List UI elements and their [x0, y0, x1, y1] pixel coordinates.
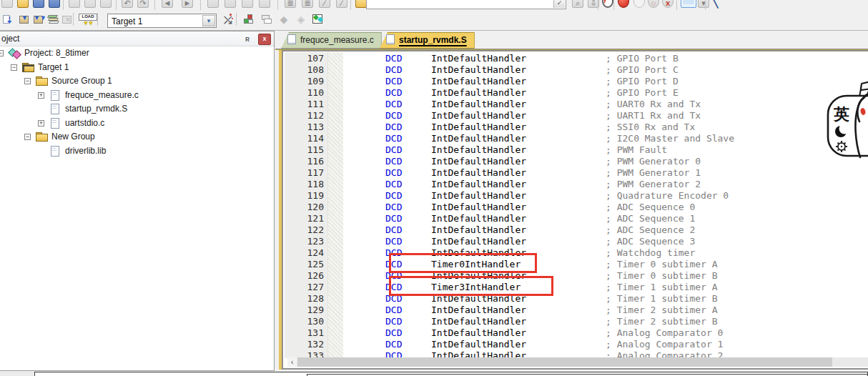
collapse-icon[interactable]: −	[0, 50, 4, 56]
translator-badge[interactable]: 英	[822, 79, 868, 159]
red-annotation-box-line-127	[389, 276, 553, 296]
breakpoint-disable-icon[interactable]: ◌	[648, 0, 659, 8]
code-line-130[interactable]: 130DCDIntDefaultHandler; Timer 2 subtime…	[285, 316, 868, 327]
nav-back-icon[interactable]: ◄	[162, 0, 173, 8]
code-line-108[interactable]: 108DCDIntDefaultHandler; GPIO Port C	[285, 64, 868, 76]
code-line-111[interactable]: 111DCDIntDefaultHandler; UART0 Rx and Tx	[285, 99, 868, 110]
code-line-113[interactable]: 113DCDIntDefaultHandler; SSI0 Rx and Tx	[285, 122, 868, 133]
pin-icon[interactable]: ʀ	[242, 34, 252, 44]
collapse-icon[interactable]: −	[24, 78, 31, 84]
tree-item-startup-rvmdk-s[interactable]: startup_rvmdk.S	[0, 102, 272, 116]
code-line-112[interactable]: 112DCDIntDefaultHandler; UART1 Rx and Tx	[285, 110, 868, 122]
scroll-left-arrow-icon[interactable]: ‹	[287, 357, 297, 367]
bookmark-toggle-icon[interactable]	[207, 0, 219, 8]
asm-comment: ; Quadrature Encoder 0	[606, 190, 729, 202]
file-extensions-diamond-icon[interactable]: ◆	[277, 14, 290, 26]
uncomment-icon[interactable]: ≣	[302, 0, 313, 8]
open-containing-folder-icon[interactable]	[355, 0, 367, 8]
tree-item-frequce-measure-c[interactable]: +frequce_measure.c	[0, 89, 272, 102]
code-line-118[interactable]: 118DCDIntDefaultHandler; PWM Generator 2	[285, 179, 868, 190]
code-line-126[interactable]: 126DCDIntDefaultHandler; Timer 0 subtime…	[285, 270, 868, 282]
tree-item-label: Project: 8_8timer	[24, 48, 89, 58]
target-selector-input[interactable]	[110, 15, 202, 28]
code-line-125[interactable]: 125DCDTimer0IntHandler; Timer 0 subtimer…	[285, 259, 868, 270]
indent-icon[interactable]: ∕	[319, 0, 330, 8]
code-line-122[interactable]: 122DCDIntDefaultHandler; ADC Sequence 2	[285, 224, 868, 236]
memory-window-dropdown-icon[interactable]: ▾	[698, 0, 709, 8]
tab-frequce-measure[interactable]: frequce_measure.c	[281, 32, 382, 49]
breakpoint-kill-icon[interactable]: x	[662, 0, 674, 8]
cut-icon[interactable]	[69, 0, 80, 8]
build-target-icon[interactable]: ▼	[19, 14, 31, 26]
code-line-128[interactable]: 128DCDIntDefaultHandler; Timer 1 subtime…	[285, 293, 868, 305]
code-line-120[interactable]: 120DCDIntDefaultHandler; ADC Sequence 0	[285, 202, 868, 213]
collapse-icon[interactable]: −	[24, 134, 31, 140]
save-file-icon[interactable]	[33, 0, 44, 8]
expand-icon[interactable]: +	[38, 92, 44, 99]
expand-icon[interactable]: +	[38, 120, 44, 127]
asm-directive: DCD	[385, 156, 402, 167]
configure-wand-icon[interactable]: ⤯	[222, 14, 235, 26]
tree-item-uartstdio-c[interactable]: +uartstdio.c	[0, 117, 272, 130]
manage-books-icon[interactable]: ◆ ◆	[312, 14, 325, 26]
code-line-127[interactable]: 127DCDTimer3IntHandler; Timer 1 subtimer…	[285, 282, 868, 293]
tab-startup-rvmdk[interactable]: startup_rvmdk.S	[380, 32, 475, 49]
code-line-114[interactable]: 114DCDIntDefaultHandler; I2C0 Master and…	[285, 133, 868, 144]
memory-window-icon[interactable]	[681, 0, 696, 8]
breakpoint-enable-icon[interactable]	[633, 0, 645, 8]
code-line-131[interactable]: 131DCDIntDefaultHandler; Analog Comparat…	[285, 327, 868, 339]
bookmark-prev-icon[interactable]	[242, 0, 253, 8]
copy-icon[interactable]	[84, 0, 96, 8]
search-combobox[interactable]: ✓	[366, 0, 566, 9]
tree-item-new-group[interactable]: −New Group	[0, 130, 272, 144]
tree-item-source-group-1[interactable]: −Source Group 1	[0, 74, 272, 88]
code-line-115[interactable]: 115DCDIntDefaultHandler; PWM Fault	[285, 144, 868, 156]
unindent-icon[interactable]: ∕	[336, 0, 347, 8]
code-line-123[interactable]: 123DCDIntDefaultHandler; ADC Sequence 3	[285, 236, 868, 247]
paste-icon[interactable]	[100, 0, 112, 8]
code-line-124[interactable]: 124DCDIntDefaultHandler; Watchdog timer	[285, 247, 868, 259]
load-flash-icon[interactable]: LOAD ▼▼	[79, 14, 97, 26]
windows-layout-icon[interactable]	[260, 14, 273, 26]
scrollbar-thumb[interactable]	[297, 357, 832, 367]
code-line-107[interactable]: 107DCDIntDefaultHandler; GPIO Port B	[285, 53, 868, 64]
target-selector[interactable]: ▾	[107, 14, 217, 28]
new-file-icon[interactable]	[1, 0, 13, 8]
nav-forward-icon[interactable]: ►	[182, 0, 193, 8]
asm-comment: ; UART1 Rx and Tx	[606, 110, 701, 122]
chevron-down-icon[interactable]: ▾	[202, 15, 215, 26]
tree-item-driverlib-lib[interactable]: driverlib.lib	[0, 144, 272, 158]
find-in-files-icon[interactable]: ⌕	[572, 0, 583, 8]
batch-build-icon[interactable]	[47, 14, 60, 26]
code-line-116[interactable]: 116DCDIntDefaultHandler; PWM Generator 0	[285, 156, 868, 167]
chevron-down-icon[interactable]: ✓	[553, 0, 565, 8]
open-file-icon[interactable]	[17, 0, 29, 8]
filter-diamond-icon[interactable]: ◈	[295, 14, 307, 26]
translate-file-icon[interactable]: ⇣	[1, 14, 14, 26]
rebuild-all-icon[interactable]: ▼▼	[33, 14, 46, 26]
code-line-132[interactable]: 132DCDIntDefaultHandler; Analog Comparat…	[285, 339, 868, 350]
tree-item-target-1[interactable]: −Target 1	[0, 61, 272, 74]
close-icon[interactable]: x	[258, 34, 271, 45]
comment-icon[interactable]: ≣	[285, 0, 296, 8]
bookmark-clear-icon[interactable]	[259, 0, 270, 8]
bookmark-next-icon[interactable]	[225, 0, 236, 8]
breakpoint-toggle-icon[interactable]	[618, 0, 629, 8]
horizontal-scrollbar[interactable]: ‹	[287, 357, 868, 367]
asm-directive: DCD	[385, 190, 402, 202]
code-line-119[interactable]: 119DCDIntDefaultHandler; Quadrature Enco…	[285, 190, 868, 202]
find-magnifier-icon[interactable]	[602, 0, 613, 8]
config-wrench-icon[interactable]: ╲	[709, 0, 721, 8]
code-line-109[interactable]: 109DCDIntDefaultHandler; GPIO Port D	[285, 76, 868, 87]
code-line-117[interactable]: 117DCDIntDefaultHandler; PWM Generator 1	[285, 167, 868, 179]
code-area[interactable]: 107DCDIntDefaultHandler; GPIO Port B108D…	[285, 52, 868, 358]
undo-icon[interactable]: ↶	[122, 0, 133, 8]
code-line-110[interactable]: 110DCDIntDefaultHandler; GPIO Port E	[285, 87, 868, 99]
code-line-121[interactable]: 121DCDIntDefaultHandler; ADC Sequence 1	[285, 213, 868, 224]
redo-icon[interactable]: ↷	[137, 0, 149, 8]
code-line-129[interactable]: 129DCDIntDefaultHandler; Timer 2 subtime…	[285, 305, 868, 316]
save-all-icon[interactable]	[49, 0, 60, 8]
manage-components-icon[interactable]	[243, 14, 256, 26]
tree-item-project-8-8timer[interactable]: −Project: 8_8timer	[0, 46, 272, 60]
collapse-icon[interactable]: −	[11, 64, 17, 71]
